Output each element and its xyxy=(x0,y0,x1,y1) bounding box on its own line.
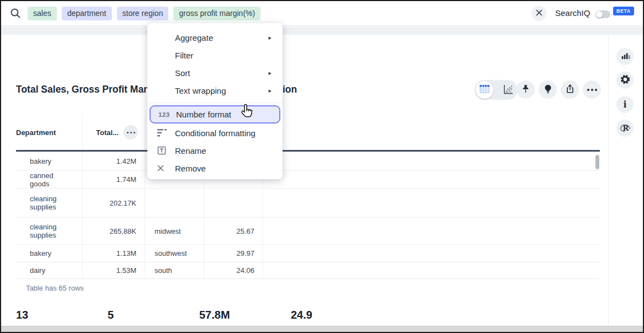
chart-view-button[interactable] xyxy=(502,84,514,98)
cell-total: 1.53M xyxy=(83,262,145,278)
right-icon-rail: i R xyxy=(608,35,643,326)
cell-total: 1.42M xyxy=(83,152,145,170)
submenu-arrow-icon: ▸ xyxy=(268,34,272,41)
cell-department: dairy xyxy=(16,262,83,278)
menu-item-conditional-formatting[interactable]: Conditional formatting xyxy=(147,124,283,142)
search-bar: sales department store region gross prof… xyxy=(1,1,643,26)
remove-icon xyxy=(157,165,171,171)
cell-department: bakery xyxy=(16,152,83,170)
page-title-fragment: ion xyxy=(283,84,297,95)
search-icon xyxy=(10,8,21,19)
r-analysis-button[interactable]: R xyxy=(616,120,634,137)
horizontal-scrollbar[interactable] xyxy=(1,326,643,332)
table-row: canned goods 1.74M xyxy=(16,171,600,189)
cell-department: cleaning supplies xyxy=(16,218,83,244)
table-icon xyxy=(480,85,489,95)
cell-margin: 25.67 xyxy=(204,218,263,244)
gear-icon xyxy=(620,74,631,87)
info-button[interactable]: i xyxy=(616,96,634,113)
search-token-gross-profit-margin[interactable]: gross profit margin(%) xyxy=(173,7,260,20)
column-menu-button[interactable] xyxy=(124,125,138,139)
beta-badge: BETA xyxy=(613,7,634,15)
answer-panel: Total Sales, Gross Profit Margin ion xyxy=(1,35,608,326)
summary-value: 13 xyxy=(16,309,99,321)
table-row: bakery 1.13M southwest 29.97 xyxy=(16,245,600,262)
app-window: sales department store region gross prof… xyxy=(0,0,644,333)
scatter-chart-icon xyxy=(502,88,514,97)
ellipsis-icon xyxy=(127,132,135,133)
column-header-department[interactable]: Department xyxy=(16,115,83,150)
search-token-sales[interactable]: sales xyxy=(28,7,57,20)
number-format-icon: 123 xyxy=(158,111,172,118)
cell-margin xyxy=(204,189,263,217)
cell-department: bakery xyxy=(16,245,83,262)
pin-icon xyxy=(521,84,530,95)
rename-icon xyxy=(157,146,171,155)
page-background-strip xyxy=(1,26,643,35)
search-token-department[interactable]: department xyxy=(62,7,112,20)
display-mode-toggle xyxy=(475,80,518,100)
clear-search-button[interactable] xyxy=(531,6,546,21)
menu-item-remove[interactable]: Remove xyxy=(147,159,283,177)
table-header-row: Department Total... xyxy=(16,115,600,152)
cell-total: 202.17K xyxy=(83,189,145,217)
search-token-store-region[interactable]: store region xyxy=(117,7,169,20)
table-row: bakery 1.42M xyxy=(16,152,600,171)
ellipsis-icon xyxy=(587,89,597,91)
table-view-button[interactable] xyxy=(476,81,493,99)
more-actions-button[interactable] xyxy=(583,80,601,99)
cell-total: 265.88K xyxy=(83,218,145,244)
cell-region: midwest xyxy=(145,218,204,244)
menu-item-sort[interactable]: Sort ▸ xyxy=(147,64,283,82)
cell-department: cleaning supplies xyxy=(16,189,83,217)
menu-item-rename[interactable]: Rename xyxy=(147,142,283,159)
table-row: cleaning supplies 265.88K midwest 25.67 xyxy=(16,218,600,245)
r-logo-icon: R xyxy=(620,123,631,133)
column-header-total-sales[interactable]: Total... xyxy=(83,115,145,150)
bar-chart-icon xyxy=(620,51,630,62)
cell-department: canned goods xyxy=(16,171,83,188)
cell-region: southwest xyxy=(145,245,204,262)
table-row: dairy 1.53M south 24.06 xyxy=(16,262,600,279)
column-header-spacer xyxy=(263,115,600,150)
cell-region xyxy=(145,189,204,217)
result-table: Department Total... bakery 1.42M xyxy=(16,115,600,279)
menu-item-filter[interactable]: Filter xyxy=(147,46,283,64)
summary-value: 5 xyxy=(108,309,191,321)
insights-button[interactable] xyxy=(539,80,557,99)
cell-margin: 29.97 xyxy=(204,245,263,262)
menu-separator xyxy=(147,103,283,103)
search-token-list: sales department store region gross prof… xyxy=(28,7,260,20)
cell-margin: 24.06 xyxy=(204,262,263,278)
column-context-menu: Aggregate ▸ Filter Sort ▸ Text wrapping … xyxy=(147,23,283,179)
summary-value: 57.8M xyxy=(199,309,283,321)
share-icon xyxy=(565,84,575,95)
submenu-arrow-icon: ▸ xyxy=(268,69,272,77)
summary-value: 24.9 xyxy=(291,309,374,321)
table-vertical-scrollbar[interactable] xyxy=(595,155,599,169)
menu-item-aggregate[interactable]: Aggregate ▸ xyxy=(147,29,283,46)
info-icon: i xyxy=(623,99,626,110)
searchiq-toggle[interactable] xyxy=(595,10,610,18)
table-row: cleaning supplies 202.17K xyxy=(16,189,600,218)
toggle-knob xyxy=(596,11,603,18)
cell-region: south xyxy=(145,262,204,278)
submenu-arrow-icon: ▸ xyxy=(268,87,272,94)
chart-config-button[interactable] xyxy=(616,48,634,65)
lightbulb-icon xyxy=(544,84,552,95)
menu-item-text-wrapping[interactable]: Text wrapping ▸ xyxy=(147,82,283,99)
searchiq-label: SearchIQ xyxy=(555,8,590,18)
cell-total: 1.74M xyxy=(83,171,145,188)
cell-total: 1.13M xyxy=(83,245,145,262)
close-icon xyxy=(536,9,542,18)
menu-item-number-format[interactable]: 123 Number format xyxy=(150,105,280,123)
conditional-formatting-icon xyxy=(157,129,171,137)
row-count-label: Table has 65 rows xyxy=(26,284,84,292)
page-title: Total Sales, Gross Profit Margin xyxy=(16,84,162,95)
share-button[interactable] xyxy=(561,80,579,99)
settings-button[interactable] xyxy=(616,72,634,89)
pin-button[interactable] xyxy=(517,80,535,99)
